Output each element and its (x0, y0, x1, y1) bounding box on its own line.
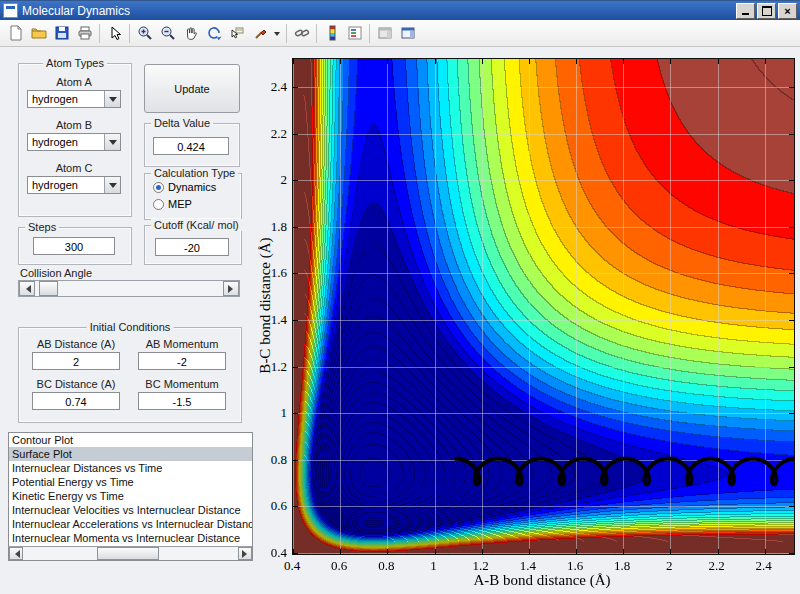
atom-types-title: Atom Types (43, 57, 107, 69)
arrow-left-icon (22, 285, 31, 293)
atom-c-select[interactable]: hydrogen (27, 176, 121, 194)
zoom-in-button[interactable] (133, 22, 156, 44)
ab-distance-label: AB Distance (A) (28, 338, 124, 350)
window-title: Molecular Dynamics (22, 4, 734, 18)
plot-list-item[interactable]: Internuclear Distances vs Time (9, 461, 252, 475)
x-tick-label: 2.2 (700, 558, 734, 574)
steps-title: Steps (25, 221, 59, 233)
arrow-left-icon (11, 550, 20, 558)
plot-list-item[interactable]: Internuclear Velocities vs Internuclear … (9, 503, 252, 517)
radio-icon (153, 199, 164, 210)
scroll-left-button[interactable] (9, 547, 23, 560)
plot-list-item[interactable]: Contour Plot (9, 433, 252, 447)
insert-colorbar-button[interactable] (320, 22, 343, 44)
title-bar[interactable]: Molecular Dynamics × (0, 1, 800, 20)
rotate-3d-icon (206, 25, 222, 41)
link-plot-button[interactable] (290, 22, 313, 44)
plot-list-item[interactable]: Internuclear Accelerations vs Internucle… (9, 517, 252, 531)
atom-b-value: hydrogen (28, 134, 104, 150)
close-icon: × (784, 6, 790, 16)
maximize-button[interactable] (757, 3, 776, 19)
show-plot-tools-icon (400, 25, 416, 41)
mep-radio[interactable]: MEP (153, 198, 192, 210)
delta-value-field[interactable]: 0.424 (153, 137, 229, 155)
data-cursor-button[interactable] (225, 22, 248, 44)
brush-dropdown-button[interactable] (271, 22, 283, 44)
toolbar-separator (286, 24, 287, 43)
edit-plot-button[interactable] (103, 22, 126, 44)
calculation-type-title: Calculation Type (151, 167, 238, 179)
new-figure-button[interactable] (4, 22, 27, 44)
atom-c-label: Atom C (18, 162, 130, 174)
ab-momentum-field[interactable]: -2 (138, 352, 226, 370)
scrollbar-thumb[interactable] (97, 547, 159, 560)
toolbar-separator (129, 24, 130, 43)
pan-hand-icon (183, 25, 199, 41)
app-icon (3, 3, 18, 18)
x-tick-label: 0.6 (322, 558, 356, 574)
toolbar-separator (99, 24, 100, 43)
ab-momentum-label: AB Momentum (134, 338, 230, 350)
delta-value-title: Delta Value (151, 117, 213, 129)
plot-list-item[interactable]: Surface Plot (9, 447, 252, 461)
slider-thumb[interactable] (39, 281, 58, 296)
zoom-out-button[interactable] (156, 22, 179, 44)
legend-icon (347, 25, 363, 41)
maximize-icon (762, 6, 772, 16)
chevron-down-icon (104, 177, 120, 193)
collision-angle-slider[interactable] (18, 280, 240, 297)
plot-list-item[interactable]: Potential Energy vs Time (9, 475, 252, 489)
link-plot-icon (294, 25, 310, 41)
contour-plot-canvas[interactable] (292, 58, 795, 555)
hide-plot-tools-button[interactable] (373, 22, 396, 44)
show-plot-tools-button[interactable] (396, 22, 419, 44)
zoom-in-icon (137, 25, 153, 41)
dynamics-radio[interactable]: Dynamics (153, 181, 216, 193)
edit-plot-arrow-icon (107, 25, 123, 41)
new-figure-icon (8, 25, 24, 41)
ab-distance-field[interactable]: 2 (32, 352, 120, 370)
initial-conditions-title: Initial Conditions (87, 321, 174, 333)
mep-radio-label: MEP (168, 198, 192, 210)
y-tick-label: 2.2 (255, 126, 287, 142)
pan-button[interactable] (179, 22, 202, 44)
bc-momentum-label: BC Momentum (134, 378, 230, 390)
slider-left-arrow-button[interactable] (19, 281, 35, 296)
atom-a-select[interactable]: hydrogen (27, 90, 121, 108)
cutoff-field[interactable]: -20 (155, 238, 229, 256)
print-figure-button[interactable] (73, 22, 96, 44)
cutoff-title: Cutoff (Kcal/ mol) (151, 219, 242, 231)
y-tick-label: 0.6 (255, 498, 287, 514)
listbox-horizontal-scrollbar[interactable] (9, 546, 252, 560)
brush-button[interactable] (248, 22, 271, 44)
minimize-button[interactable] (736, 3, 755, 19)
plot-list-item[interactable]: Kinetic Energy vs Time (9, 489, 252, 503)
atom-a-value: hydrogen (28, 91, 104, 107)
y-axis-label: B-C bond distance (Å) (257, 156, 274, 456)
zoom-out-icon (160, 25, 176, 41)
data-cursor-icon (229, 25, 245, 41)
open-file-icon (31, 25, 47, 41)
bc-momentum-field[interactable]: -1.5 (138, 392, 226, 410)
atom-a-label: Atom A (18, 76, 130, 88)
steps-field[interactable]: 300 (33, 237, 115, 255)
update-button[interactable]: Update (144, 64, 240, 113)
arrow-right-icon (228, 285, 237, 293)
close-button[interactable]: × (778, 3, 797, 19)
scroll-right-button[interactable] (238, 547, 252, 560)
hide-plot-tools-icon (377, 25, 393, 41)
toolbar-separator (316, 24, 317, 43)
insert-legend-button[interactable] (343, 22, 366, 44)
save-figure-button[interactable] (50, 22, 73, 44)
figure-toolbar (0, 20, 800, 47)
app-window: Molecular Dynamics × (0, 0, 800, 594)
plot-list-item[interactable]: Internuclear Momenta vs Internuclear Dis… (9, 531, 252, 545)
open-file-button[interactable] (27, 22, 50, 44)
arrow-right-icon (242, 550, 251, 558)
rotate-3d-button[interactable] (202, 22, 225, 44)
slider-right-arrow-button[interactable] (223, 281, 239, 296)
plot-type-listbox[interactable]: Contour PlotSurface PlotInternuclear Dis… (8, 432, 253, 561)
y-tick-label: 0.4 (255, 545, 287, 561)
atom-b-select[interactable]: hydrogen (27, 133, 121, 151)
bc-distance-field[interactable]: 0.74 (32, 392, 120, 410)
